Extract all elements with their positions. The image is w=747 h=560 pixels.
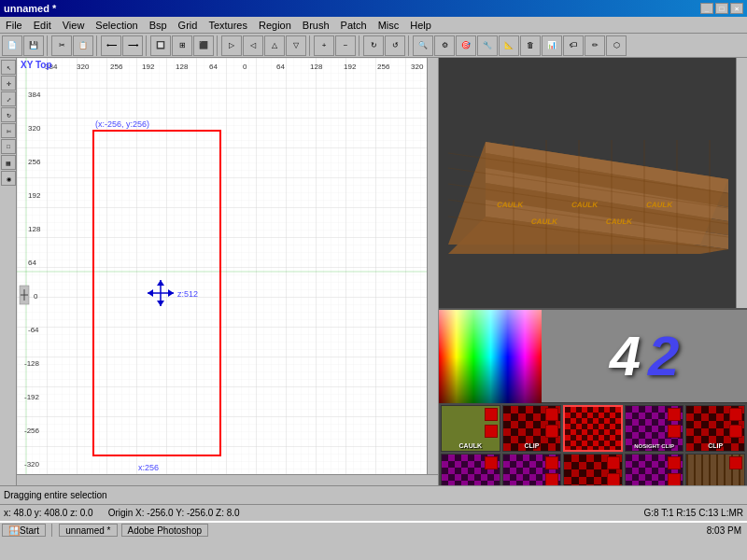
menu-grid[interactable]: Grid <box>175 19 202 32</box>
menu-selection[interactable]: Selection <box>92 19 141 32</box>
menu-region[interactable]: Region <box>255 19 295 32</box>
texture-clip-solid[interactable] <box>563 405 623 452</box>
texture-wood-ladder[interactable]: WOOD LADDER <box>685 454 745 485</box>
svg-text:(x:-256, y:256): (x:-256, y:256) <box>95 119 149 129</box>
toolbar-btn-17[interactable]: ↺ <box>385 35 405 56</box>
big-number-4: 4 <box>610 324 641 388</box>
svg-text:z:512: z:512 <box>177 289 198 299</box>
texture-clip-1[interactable]: CLIP <box>502 405 562 452</box>
toolbar-separator-1 <box>47 35 49 56</box>
toolbar-btn-7[interactable]: 🔲 <box>150 35 171 56</box>
toolbar-btn-21[interactable]: 🔧 <box>477 35 498 56</box>
viewport-2d-scrollbar-v[interactable] <box>427 58 438 485</box>
toolbar-btn-18[interactable]: 🔍 <box>413 35 433 56</box>
svg-text:64: 64 <box>276 63 285 71</box>
menu-view[interactable]: View <box>59 19 89 32</box>
texture-caulk-label: CAULK <box>459 442 483 449</box>
texture-clip-2-label: CLIP <box>708 442 723 449</box>
toolbar-btn-4[interactable]: 📋 <box>73 35 93 56</box>
toolbar-btn-8[interactable]: ⊞ <box>172 35 192 56</box>
toolbar-btn-16[interactable]: ↻ <box>363 35 384 56</box>
viewport-3d[interactable]: CAULK CAULK CAULK CAULK CAULK <box>439 58 747 310</box>
svg-text:128: 128 <box>176 63 189 71</box>
viewport-3d-scrollbar-v[interactable] <box>736 58 747 308</box>
menu-patch[interactable]: Patch <box>337 19 371 32</box>
texture-clip-3[interactable]: CLIP <box>563 454 623 485</box>
toolbar-btn-2[interactable]: 💾 <box>23 35 44 56</box>
toolbar-btn-14[interactable]: + <box>314 35 334 56</box>
tool-rotate[interactable]: ↻ <box>1 107 16 122</box>
svg-text:256: 256 <box>110 63 123 71</box>
menu-textures[interactable]: Textures <box>204 19 251 32</box>
toolbar-btn-10[interactable]: ▷ <box>221 35 242 56</box>
texture-clip-2[interactable]: CLIP <box>685 405 745 452</box>
toolbar-btn-24[interactable]: 📊 <box>542 35 562 56</box>
toolbar-btn-9[interactable]: ⬛ <box>193 35 214 56</box>
title-bar: unnamed * _ □ × <box>0 0 747 17</box>
big-texture-preview: 4 2 <box>542 310 747 402</box>
texture-nosight-clip-2[interactable]: NOSIGHT CLIP <box>502 454 562 485</box>
toolbar-btn-26[interactable]: ✏ <box>585 35 605 56</box>
toolbar-btn-27[interactable]: ⬡ <box>606 35 627 56</box>
texture-nosight-2[interactable]: NOSIGHT <box>441 454 500 485</box>
svg-text:192: 192 <box>142 63 155 71</box>
texture-nosight-clip-3[interactable]: NOSIGHT CLIP <box>625 454 684 485</box>
texture-nosight-clip-1-label: NOSIGHT CLIP <box>634 443 674 449</box>
tool-select[interactable]: ↖ <box>1 60 16 75</box>
svg-text:256: 256 <box>377 63 390 71</box>
svg-text:-192: -192 <box>24 393 40 401</box>
menu-file[interactable]: File <box>2 19 26 32</box>
svg-text:128: 128 <box>28 225 41 233</box>
start-icon: 🪟 <box>8 525 20 536</box>
tool-scale[interactable]: ⤢ <box>1 91 16 106</box>
minimize-button[interactable]: _ <box>700 3 713 14</box>
tool-brush[interactable]: □ <box>1 139 16 154</box>
svg-text:CAULK: CAULK <box>496 201 524 209</box>
close-button[interactable]: × <box>730 3 743 14</box>
tool-move[interactable]: ✛ <box>1 76 16 91</box>
viewport-2d-scrollbar-h[interactable] <box>17 474 438 485</box>
toolbar-btn-6[interactable]: ⟶ <box>122 35 143 56</box>
svg-text:-128: -128 <box>24 359 40 368</box>
svg-text:CAULK: CAULK <box>645 201 673 209</box>
tool-texture[interactable]: ▦ <box>1 155 16 170</box>
taskbar: 🪟 Start unnamed * Adobe Photoshop 8:03 P… <box>0 521 747 538</box>
toolbar-btn-15[interactable]: − <box>335 35 356 56</box>
taskbar-app-photoshop[interactable]: Adobe Photoshop <box>121 524 209 537</box>
texture-grid: CAULK CLIP NOSIG <box>441 405 745 485</box>
toolbar-btn-13[interactable]: ▽ <box>286 35 306 56</box>
texture-caulk[interactable]: CAULK <box>441 405 500 452</box>
window-title: unnamed * <box>4 3 56 14</box>
menu-brush[interactable]: Brush <box>299 19 333 32</box>
svg-text:-320: -320 <box>24 460 40 469</box>
toolbar-btn-12[interactable]: △ <box>264 35 285 56</box>
toolbar-btn-3[interactable]: ✂ <box>51 35 72 56</box>
main-toolbar: 📄 💾 ✂ 📋 ⟵ ⟶ 🔲 ⊞ ⬛ ▷ ◁ △ ▽ + − ↻ ↺ 🔍 ⚙ 🎯 … <box>0 34 747 58</box>
toolbar-btn-19[interactable]: ⚙ <box>434 35 455 56</box>
svg-text:x:256: x:256 <box>138 463 159 472</box>
texture-nosight-clip-1[interactable]: NOSIGHT CLIP <box>625 405 684 452</box>
taskbar-sep <box>51 524 53 537</box>
toolbar-btn-23[interactable]: 🗑 <box>520 35 541 56</box>
toolbar-btn-11[interactable]: ◁ <box>243 35 263 56</box>
toolbar-btn-1[interactable]: 📄 <box>2 35 22 56</box>
tool-clip[interactable]: ✄ <box>1 123 16 138</box>
toolbar-btn-22[interactable]: 📐 <box>499 35 519 56</box>
maximize-button[interactable]: □ <box>715 3 728 14</box>
toolbar-btn-5[interactable]: ⟵ <box>101 35 121 56</box>
menu-bsp[interactable]: Bsp <box>146 19 171 32</box>
taskbar-app-unnamed[interactable]: unnamed * <box>59 524 117 537</box>
color-canvas[interactable] <box>439 310 542 403</box>
viewport-2d[interactable]: 384 320 256 192 128 64 0 64 128 192 256 … <box>17 58 439 485</box>
menu-edit[interactable]: Edit <box>30 19 55 32</box>
color-spectrum <box>439 310 542 403</box>
svg-text:320: 320 <box>411 63 424 71</box>
window-controls[interactable]: _ □ × <box>700 3 743 14</box>
toolbar-btn-20[interactable]: 🎯 <box>456 35 476 56</box>
tool-entity[interactable]: ◉ <box>1 171 16 186</box>
menu-misc[interactable]: Misc <box>374 19 403 32</box>
svg-text:0: 0 <box>34 292 38 301</box>
menu-help[interactable]: Help <box>406 19 435 32</box>
start-button[interactable]: 🪟 Start <box>2 524 46 537</box>
toolbar-btn-25[interactable]: 🏷 <box>563 35 584 56</box>
